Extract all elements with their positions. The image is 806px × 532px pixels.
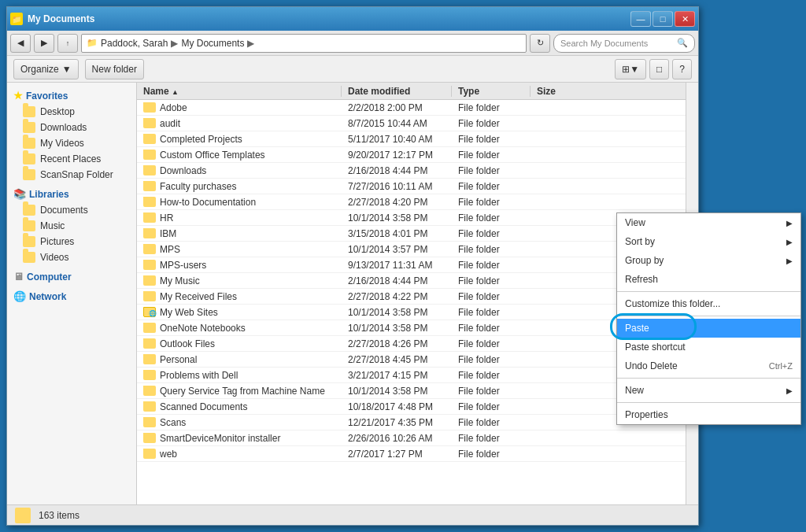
sidebar-item-videos[interactable]: Videos	[7, 249, 136, 265]
table-row[interactable]: My Received Files 2/27/2018 4:22 PM File…	[137, 289, 686, 305]
folder-icon	[143, 323, 156, 333]
file-name: Faculty purchases	[137, 181, 342, 192]
col-date-header[interactable]: Date modified	[342, 86, 452, 97]
sidebar-scansnap-label: ScanSnap Folder	[40, 169, 113, 180]
sidebar-item-desktop[interactable]: Desktop	[7, 104, 136, 120]
file-name: My Received Files	[137, 291, 342, 302]
context-menu-item-view[interactable]: View▶	[617, 213, 800, 232]
file-name: Downloads	[137, 165, 342, 176]
help-button[interactable]: ?	[672, 59, 692, 79]
table-row[interactable]: Query Service Tag from Machine Name 10/1…	[137, 383, 686, 399]
context-menu-item-customize-this-folder...[interactable]: Customize this folder...	[617, 294, 800, 313]
table-row[interactable]: Adobe 2/2/2018 2:00 PM File folder	[137, 100, 686, 116]
table-row[interactable]: Problems with Dell 3/21/2017 4:15 PM Fil…	[137, 368, 686, 383]
folder-icon	[143, 118, 156, 128]
table-row[interactable]: web 2/7/2017 1:27 PM File folder	[137, 446, 686, 462]
context-menu-item-undo-delete[interactable]: Undo DeleteCtrl+Z	[617, 357, 800, 375]
table-row[interactable]: SmartDeviceMonitor installer 2/26/2016 1…	[137, 430, 686, 446]
sidebar-item-downloads[interactable]: Downloads	[7, 120, 136, 135]
file-type: File folder	[452, 323, 531, 334]
table-row[interactable]: IBM 3/15/2018 4:01 PM File folder	[137, 226, 686, 242]
table-row[interactable]: Downloads 2/16/2018 4:44 PM File folder	[137, 163, 686, 179]
folder-icon	[143, 386, 156, 396]
back-button[interactable]: ◀	[10, 34, 31, 53]
sidebar-libraries-header[interactable]: 📚 Libraries	[7, 186, 136, 202]
window-title: My Documents	[28, 13, 94, 24]
sidebar-favorites-header[interactable]: ★ Favorites	[7, 87, 136, 104]
file-name: Problems with Dell	[137, 370, 342, 381]
window-icon: 📁	[10, 13, 23, 25]
table-row[interactable]: Custom Office Templates 9/20/2017 12:17 …	[137, 147, 686, 163]
refresh-button[interactable]: ↻	[530, 34, 550, 53]
views-button[interactable]: ⊞▼	[615, 59, 646, 79]
new-folder-button[interactable]: New folder	[85, 59, 144, 79]
main-area: ★ Favorites Desktop Downloads My Videos	[7, 83, 698, 504]
table-row[interactable]: Completed Projects 5/11/2017 10:40 AM Fi…	[137, 131, 686, 147]
col-name-header[interactable]: Name ▲	[137, 86, 342, 97]
file-name: MPS-users	[137, 260, 342, 271]
context-menu-item-new[interactable]: New▶	[617, 381, 800, 400]
folder-icon	[143, 165, 156, 175]
pictures-folder-icon	[23, 236, 35, 247]
context-menu-item-paste-shortcut[interactable]: Paste shortcut	[617, 338, 800, 357]
sidebar-item-myvideos[interactable]: My Videos	[7, 135, 136, 151]
explorer-window: 📁 My Documents — □ ✕ ◀ ▶ ↑ 📁 Paddock, Sa…	[6, 6, 699, 526]
title-bar-left: 📁 My Documents	[10, 13, 94, 25]
table-row[interactable]: Outlook Files 2/27/2018 4:26 PM File fol…	[137, 336, 686, 352]
sidebar-network-header[interactable]: 🌐 Network	[7, 288, 136, 305]
file-name: My Music	[137, 275, 342, 286]
table-row[interactable]: Personal 2/27/2018 4:45 PM File folder	[137, 352, 686, 368]
organize-button[interactable]: Organize ▼	[13, 59, 79, 79]
table-row[interactable]: MPS 10/1/2014 3:57 PM File folder	[137, 242, 686, 257]
col-type-header[interactable]: Type	[452, 86, 531, 97]
file-type: File folder	[452, 181, 531, 192]
file-type: File folder	[452, 165, 531, 176]
context-menu-item-properties[interactable]: Properties	[617, 405, 800, 424]
close-button[interactable]: ✕	[675, 11, 695, 27]
preview-button[interactable]: □	[649, 59, 669, 79]
table-row[interactable]: HR 10/1/2014 3:58 PM File folder	[137, 210, 686, 226]
minimize-button[interactable]: —	[630, 11, 651, 27]
scansnap-folder-icon	[23, 169, 35, 180]
sidebar-computer-header[interactable]: 🖥 Computer	[7, 268, 136, 285]
search-box[interactable]: Search My Documents 🔍	[553, 34, 695, 53]
table-row[interactable]: 🌐 My Web Sites 10/1/2014 3:58 PM File fo…	[137, 305, 686, 320]
table-row[interactable]: My Music 2/16/2018 4:44 PM File folder	[137, 273, 686, 289]
context-menu-item-sort-by[interactable]: Sort by▶	[617, 232, 800, 251]
sidebar-item-scansnap[interactable]: ScanSnap Folder	[7, 167, 136, 183]
maximize-button[interactable]: □	[653, 11, 673, 27]
file-date: 2/27/2018 4:26 PM	[342, 338, 452, 349]
sidebar-item-documents[interactable]: Documents	[7, 202, 136, 218]
search-placeholder: Search My Documents	[560, 39, 648, 48]
folder-icon	[143, 417, 156, 427]
forward-button[interactable]: ▶	[34, 34, 54, 53]
file-date: 10/1/2014 3:57 PM	[342, 244, 452, 255]
table-row[interactable]: Scanned Documents 10/18/2017 4:48 PM Fil…	[137, 399, 686, 415]
context-menu-item-refresh[interactable]: Refresh	[617, 270, 800, 289]
context-menu-item-paste[interactable]: Paste	[617, 319, 800, 338]
folder-icon	[143, 228, 156, 238]
table-row[interactable]: Scans 12/21/2017 4:35 PM File folder	[137, 415, 686, 430]
table-row[interactable]: Faculty purchases 7/27/2016 10:11 AM Fil…	[137, 179, 686, 194]
table-row[interactable]: MPS-users 9/13/2017 11:31 AM File folder	[137, 257, 686, 273]
file-type: File folder	[452, 134, 531, 145]
table-row[interactable]: audit 8/7/2015 10:44 AM File folder	[137, 116, 686, 131]
address-path[interactable]: 📁 Paddock, Sarah ▶ My Documents ▶	[81, 34, 527, 53]
up-button[interactable]: ↑	[57, 34, 78, 53]
folder-icon	[143, 401, 156, 412]
status-count: 163 items	[39, 510, 79, 521]
sort-arrow-icon: ▲	[172, 88, 179, 96]
file-date: 2/27/2018 4:20 PM	[342, 197, 452, 208]
videos-folder-icon	[23, 252, 35, 263]
table-row[interactable]: OneNote Notebooks 10/1/2014 3:58 PM File…	[137, 320, 686, 336]
sidebar-item-pictures[interactable]: Pictures	[7, 234, 136, 249]
file-name: 🌐 My Web Sites	[137, 307, 342, 318]
col-size-header[interactable]: Size	[531, 86, 593, 97]
file-name: Custom Office Templates	[137, 150, 342, 161]
sidebar-item-recentplaces[interactable]: Recent Places	[7, 151, 136, 167]
table-row[interactable]: How-to Documentation 2/27/2018 4:20 PM F…	[137, 194, 686, 210]
context-menu-item-group-by[interactable]: Group by▶	[617, 251, 800, 270]
file-date: 10/1/2014 3:58 PM	[342, 307, 452, 318]
sidebar-item-music[interactable]: Music	[7, 218, 136, 234]
file-list[interactable]: Adobe 2/2/2018 2:00 PM File folder audit…	[137, 100, 686, 504]
